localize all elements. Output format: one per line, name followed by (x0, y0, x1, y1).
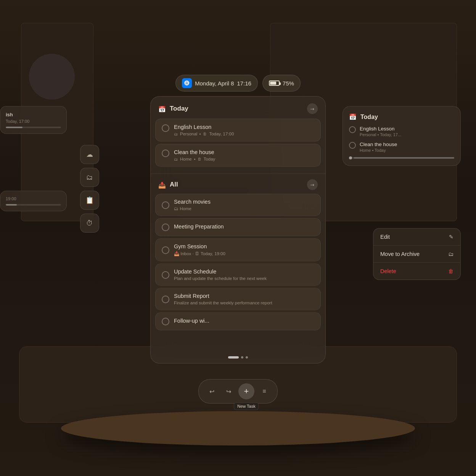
task-content-followup: Follow-up wi... (174, 318, 314, 325)
edit-label: Edit (380, 234, 390, 240)
left-preview-bar-fill (6, 127, 23, 128)
left-preview2-bar-fill (6, 204, 17, 206)
task-content-clean: Clean the house 🗂 Home 🗓 Today (174, 149, 314, 161)
task-row: Meeting Preparation (162, 223, 314, 231)
task-checkbox-followup[interactable] (162, 318, 169, 325)
battery-fill (270, 82, 277, 85)
redo-button[interactable]: ↪ (222, 384, 235, 398)
sidebar-item-clipboard[interactable]: 📋 (80, 191, 99, 210)
task-title-gym: Gym Session (174, 243, 314, 249)
task-date-english: Today, 17:00 (209, 132, 234, 136)
task-row: Clean the house 🗂 Home 🗓 Today (162, 149, 314, 161)
context-menu: Edit ✎ Move to Archive 🗂 Delete 🗑 (373, 228, 461, 280)
folder-icon: 🗂 (174, 132, 178, 136)
undo-button[interactable]: ↩ (205, 384, 219, 398)
task-meeting-prep[interactable]: Meeting Preparation (155, 218, 321, 236)
task-followup[interactable]: Follow-up wi... (155, 312, 321, 330)
task-checkbox-clean[interactable] (162, 150, 169, 157)
archive-icon: 🗂 (448, 251, 453, 257)
right-task-english[interactable]: English Lesson Personal • Today, 17... (349, 126, 454, 137)
task-checkbox-english[interactable] (162, 124, 169, 132)
all-expand-button[interactable]: ↗ (305, 177, 320, 192)
today-section-header: 📅 Today ↗ (151, 96, 325, 119)
coffee-table (61, 411, 415, 445)
right-task-content-english: English Lesson Personal • Today, 17... (360, 126, 401, 137)
right-panel-header: 📅 Today (349, 113, 454, 121)
new-task-button[interactable]: + New Task (238, 383, 254, 399)
right-checkbox-clean[interactable] (349, 142, 356, 149)
sidebar-item-cloud[interactable]: ☁ (80, 145, 99, 164)
task-content-report: Submit Report Finalize and submit the we… (174, 293, 314, 305)
context-menu-delete[interactable]: Delete 🗑 (373, 263, 460, 280)
task-subtitle-schedule: Plan and update the schedule for the nex… (174, 276, 314, 281)
scroll-dot-active (228, 356, 239, 359)
all-section-header: 📥 All ↗ (151, 174, 325, 194)
scroll-dot (241, 356, 243, 359)
main-task-panel: 📅 Today ↗ English Lesson 🗂 Personal 🗓 To… (150, 96, 326, 363)
task-title-search: Search movies (174, 199, 314, 205)
left-preview-sub: Today, 17:00 (6, 119, 61, 124)
today-expand-button[interactable]: ↗ (305, 101, 320, 116)
time-label: 17:16 (237, 80, 251, 87)
sidebar-item-timer[interactable]: ⏱ (80, 214, 99, 233)
task-checkbox-schedule[interactable] (162, 271, 169, 279)
task-update-schedule[interactable]: Update Schedule Plan and update the sche… (155, 264, 321, 286)
context-menu-edit[interactable]: Edit ✎ (373, 228, 460, 246)
task-title-schedule: Update Schedule (174, 269, 314, 275)
archive-label: Move to Archive (380, 251, 420, 257)
inbox-icon: 📥 (158, 182, 166, 188)
task-checkbox-gym[interactable] (162, 246, 169, 254)
task-row: English Lesson 🗂 Personal 🗓 Today, 17:00 (162, 124, 314, 136)
task-checkbox-search[interactable] (162, 201, 169, 209)
scroll-dot (246, 356, 248, 359)
all-label: All (170, 181, 178, 188)
battery-pill: 75% (262, 75, 301, 92)
left-preview-bar (6, 127, 61, 128)
battery-label: 75% (283, 80, 294, 87)
left-preview-panel: ish Today, 17:00 (0, 106, 67, 134)
today-tasks-container: English Lesson 🗂 Personal 🗓 Today, 17:00… (151, 119, 325, 174)
task-content-meeting: Meeting Preparation (174, 224, 314, 231)
task-content-english: English Lesson 🗂 Personal 🗓 Today, 17:00 (174, 124, 314, 136)
today-section-title: 📅 Today (158, 105, 188, 113)
task-title-clean: Clean the house (174, 149, 314, 155)
task-checkbox-meeting[interactable] (162, 224, 169, 231)
status-bar: 🅐 Monday, April 8 17:16 75% (175, 75, 301, 92)
right-task-clean[interactable]: Clean the house Home • Today (349, 142, 454, 153)
sidebar-item-files[interactable]: 🗂 (80, 168, 99, 187)
folder-icon: 🗂 (174, 157, 178, 161)
task-meta-english: 🗂 Personal 🗓 Today, 17:00 (174, 132, 314, 136)
app-store-icon: 🅐 (182, 78, 192, 88)
menu-button[interactable]: ≡ (257, 384, 271, 398)
right-panel-scroll (349, 157, 454, 159)
right-panel-title: Today (360, 114, 378, 121)
left-sidebar: ☁ 🗂 📋 ⏱ (80, 145, 99, 236)
shelf-decoration (29, 54, 75, 100)
right-mini-panel: 📅 Today English Lesson Personal • Today,… (343, 106, 461, 166)
battery-icon (269, 80, 280, 86)
right-checkbox-english[interactable] (349, 126, 356, 133)
battery-body (269, 80, 280, 86)
task-search-movies[interactable]: Search movies 🗂 Home (155, 194, 321, 216)
separator (199, 133, 201, 135)
task-row: Update Schedule Plan and update the sche… (162, 269, 314, 281)
task-meta-clean: 🗂 Home 🗓 Today (174, 157, 314, 161)
task-folder-clean: Home (180, 157, 192, 161)
all-tasks-container: Search movies 🗂 Home Meeting Preparation (151, 194, 325, 363)
left-preview-panel-2: 19:00 (0, 191, 67, 211)
clock-icon: 🗓 (203, 132, 207, 136)
right-bar-line (354, 157, 454, 159)
task-card-english-lesson[interactable]: English Lesson 🗂 Personal 🗓 Today, 17:00 (155, 119, 321, 142)
task-checkbox-report[interactable] (162, 296, 169, 303)
task-title-report: Submit Report (174, 293, 314, 299)
task-submit-report[interactable]: Submit Report Finalize and submit the we… (155, 288, 321, 310)
task-folder-english: Personal (180, 132, 197, 136)
right-panel-calendar-icon: 📅 (349, 113, 357, 121)
context-menu-archive[interactable]: Move to Archive 🗂 (373, 246, 460, 263)
calendar-icon: 📅 (158, 106, 166, 112)
panel-scroll-indicator (228, 356, 248, 359)
task-subtitle-gym: 📥 Inbox · 🗓 Today, 19:00 (174, 251, 314, 256)
task-gym-session[interactable]: Gym Session 📥 Inbox · 🗓 Today, 19:00 (155, 238, 321, 261)
task-card-clean-house[interactable]: Clean the house 🗂 Home 🗓 Today (155, 144, 321, 167)
task-row: Gym Session 📥 Inbox · 🗓 Today, 19:00 (162, 243, 314, 256)
